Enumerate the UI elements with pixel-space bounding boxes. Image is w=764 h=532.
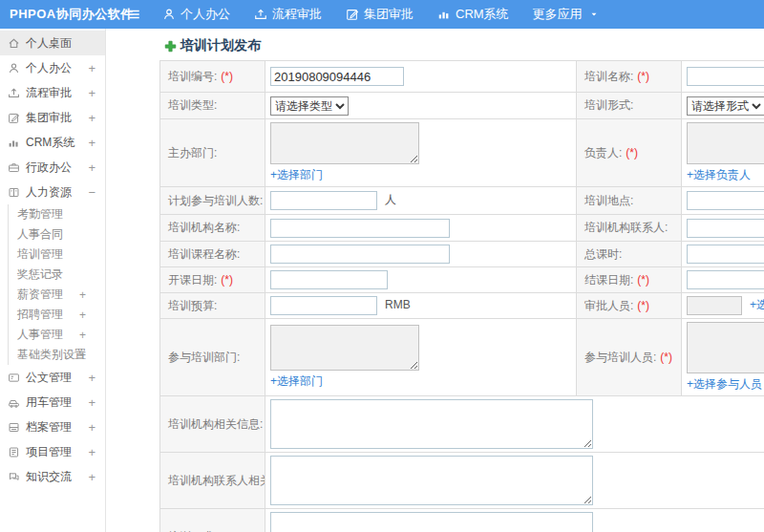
participants-textarea[interactable]	[687, 322, 764, 373]
training-number-input[interactable]	[270, 67, 404, 86]
expander-icon[interactable]: +	[79, 309, 86, 321]
training-requirements-cell	[265, 509, 764, 532]
sidebar-item-attendance[interactable]: 考勤管理	[17, 204, 105, 224]
sidebar-item-rewards[interactable]: 奖惩记录	[17, 265, 105, 285]
training-org-info-textarea[interactable]	[270, 399, 593, 449]
topbar-item-personal-office[interactable]: 个人办公	[162, 6, 230, 23]
training-type-cell: 请选择类型	[265, 93, 577, 119]
sidebar-item-knowledge[interactable]: 知识交流+	[0, 464, 105, 489]
topbar: PHPOA协同办公软件 个人办公流程审批集团审批CRM系统更多应用	[0, 0, 764, 29]
expander-icon[interactable]: +	[88, 87, 96, 99]
sidebar-item-hr[interactable]: 人力资源−	[0, 180, 105, 204]
sidebar-item-salary[interactable]: 薪资管理+	[17, 285, 105, 305]
host-department-textarea[interactable]	[270, 122, 419, 164]
person-icon	[8, 62, 20, 74]
main-content: 培训计划发布 培训编号:(*)培训名称:(*)培训类型:请选择类型培训形式:请选…	[105, 29, 764, 532]
sidebar-item-crm[interactable]: CRM系统+	[0, 130, 105, 155]
participating-departments-textarea[interactable]	[270, 325, 419, 371]
form-row: 参与培训部门:+选择部门参与培训人员:(*)+选择参与人员	[160, 319, 764, 396]
participating-departments-select-link[interactable]: +选择部门	[270, 374, 323, 388]
book-icon	[8, 186, 20, 199]
form-row: 培训编号:(*)培训名称:(*)	[160, 61, 764, 93]
expander-icon[interactable]: +	[88, 446, 96, 458]
topbar-item-workflow-approval[interactable]: 流程审批	[254, 6, 322, 23]
training-org-contact-input[interactable]	[687, 219, 764, 238]
expander-icon[interactable]: +	[88, 421, 96, 434]
participating-departments-label: 参与培训部门:	[160, 319, 265, 396]
training-number-label: 培训编号:(*)	[160, 61, 265, 93]
end-date-cell	[682, 267, 764, 293]
sidebar-item-admin-office[interactable]: 行政办公+	[0, 155, 105, 180]
sidebar-item-official-docs[interactable]: 公文管理+	[0, 365, 105, 390]
sidebar-item-training[interactable]: 培训管理	[17, 245, 105, 265]
hamburger-icon[interactable]	[127, 8, 141, 21]
host-department-select-link[interactable]: +选择部门	[270, 168, 323, 181]
sidebar-item-label: 集团审批	[26, 110, 72, 126]
expander-icon[interactable]: +	[88, 396, 96, 409]
expander-icon[interactable]: +	[79, 289, 86, 301]
sidebar-item-base-category[interactable]: 基础类别设置+	[17, 345, 105, 365]
expander-icon[interactable]: +	[79, 350, 86, 361]
training-type-select[interactable]: 请选择类型	[270, 96, 349, 116]
topbar-item-group-approval[interactable]: 集团审批	[346, 6, 414, 23]
training-org-contact-info-label: 培训机构联系人相关信息:	[160, 453, 265, 509]
training-requirements-textarea[interactable]	[270, 512, 593, 532]
sidebar-item-label: 个人桌面	[26, 35, 72, 52]
add-icon	[164, 40, 177, 53]
training-location-input[interactable]	[687, 191, 764, 210]
expander-icon[interactable]: +	[88, 62, 96, 74]
training-name-input[interactable]	[687, 67, 764, 86]
expander-icon[interactable]: −	[88, 186, 96, 199]
total-hours-input[interactable]	[687, 245, 764, 264]
sidebar-item-hr-contract[interactable]: 人事合同	[17, 224, 105, 245]
leader-textarea[interactable]	[687, 122, 764, 164]
training-org-name-input[interactable]	[270, 219, 450, 238]
approver-select-link[interactable]: +选择审批人员	[750, 298, 764, 311]
budget-label: 培训预算:	[160, 293, 265, 319]
sidebar-item-personal-office[interactable]: 个人办公+	[0, 55, 105, 80]
expander-icon[interactable]: +	[88, 471, 96, 483]
training-location-cell	[682, 187, 764, 215]
required-mark: (*)	[637, 70, 649, 83]
expander-icon[interactable]: +	[88, 372, 96, 384]
sidebar-item-vehicle[interactable]: 用车管理+	[0, 390, 105, 415]
training-org-contact-cell	[682, 215, 764, 242]
expander-icon[interactable]: +	[88, 161, 96, 174]
sidebar-item-personal-desktop[interactable]: 个人桌面	[0, 31, 105, 55]
sidebar-item-archives[interactable]: 档案管理+	[0, 415, 105, 439]
sidebar-item-workflow-approval[interactable]: 流程审批+	[0, 80, 105, 105]
sidebar-item-personnel[interactable]: 人事管理+	[17, 325, 105, 345]
topbar-nav: 个人办公流程审批集团审批CRM系统更多应用	[162, 0, 599, 29]
approver-label: 审批人员:(*)	[577, 293, 682, 319]
leader-select-link[interactable]: +选择负责人	[687, 168, 751, 181]
participants-label: 参与培训人员:(*)	[577, 319, 682, 396]
planned-participants-input[interactable]	[270, 191, 377, 210]
sidebar-item-group-approval[interactable]: 集团审批+	[0, 105, 105, 130]
sidebar-item-recruitment[interactable]: 招聘管理+	[17, 305, 105, 325]
training-name-cell	[682, 61, 764, 93]
budget-cell: RMB	[265, 293, 577, 319]
form-row: 培训机构相关信息:	[160, 396, 764, 453]
participants-cell: +选择参与人员	[682, 319, 764, 396]
training-org-contact-info-textarea[interactable]	[270, 456, 593, 505]
participants-select-link[interactable]: +选择参与人员	[687, 377, 762, 391]
end-date-input[interactable]	[687, 270, 764, 289]
expander-icon[interactable]: +	[88, 137, 96, 149]
course-name-input[interactable]	[270, 245, 450, 264]
home-icon	[8, 37, 20, 50]
sidebar-subitem-label: 培训管理	[17, 246, 63, 263]
start-date-input[interactable]	[270, 270, 388, 289]
sidebar-item-projects[interactable]: 项目管理+	[0, 439, 105, 464]
budget-input[interactable]	[270, 296, 377, 315]
topbar-item-more-apps[interactable]: 更多应用	[533, 6, 599, 23]
topbar-item-crm[interactable]: CRM系统	[437, 6, 509, 23]
form-row: 开课日期:(*)结课日期:(*)	[160, 267, 764, 293]
approver-cell: +选择审批人员	[682, 293, 764, 319]
form-row: 主办部门:+选择部门负责人:(*)+选择负责人	[160, 119, 764, 187]
sidebar-subitem-label: 基础类别设置	[17, 347, 86, 363]
expander-icon[interactable]: +	[79, 330, 86, 341]
expander-icon[interactable]: +	[88, 112, 96, 124]
sidebar-item-label: 用车管理	[26, 394, 72, 411]
training-form-type-select[interactable]: 请选择形式	[687, 96, 764, 116]
approver-input[interactable]	[687, 296, 742, 315]
